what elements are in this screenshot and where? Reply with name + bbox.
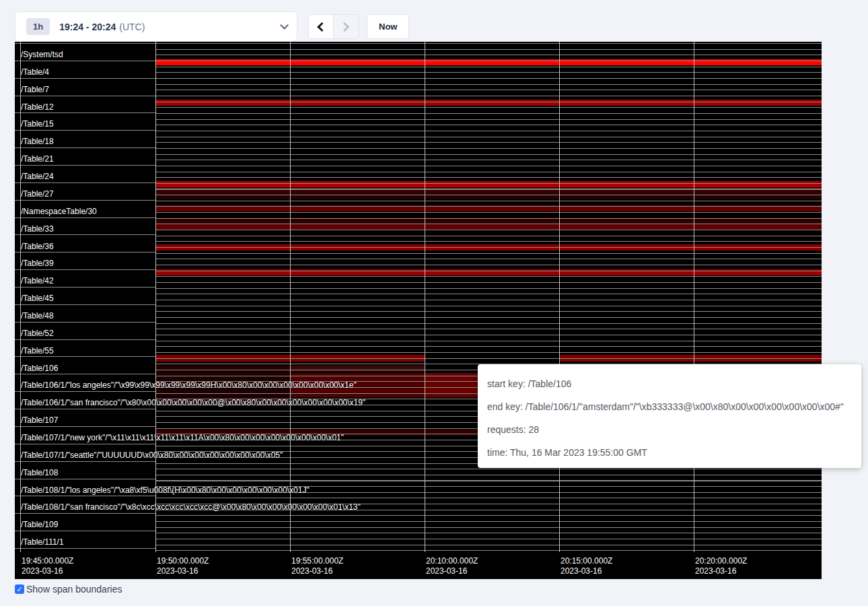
grid-vline [559,42,560,552]
row-label: /Table/21 [21,155,54,164]
row-label: /Table/18 [21,137,54,146]
axis-date: 2023-03-16 [22,566,73,576]
row-label: /NamespaceTable/30 [21,207,97,216]
row-label: /Table/24 [21,172,54,181]
axis-label: 19:55:00.000Z2023-03-16 [291,556,343,576]
row-label: /Table/39 [21,259,54,268]
grid-vline [290,42,291,552]
axis-time: 19:50:00.000Z [157,556,209,566]
show-span-boundaries-checkbox[interactable]: ✓ [15,584,24,594]
key-visualizer-canvas[interactable]: /System/tsd/Table/4/Table/7/Table/12/Tab… [15,42,822,579]
row-label: /Table/45 [21,294,54,303]
row-label: /Table/108/1/"san francisco"/"\x8c\xcc\x… [21,503,361,512]
row-label: /Table/107/1/"new york"/"\x11\x11\x11\x1… [21,434,344,442]
time-nav-group [308,14,359,39]
heatmap-body: /System/tsd/Table/4/Table/7/Table/12/Tab… [15,42,822,552]
row-label: /Table/107 [21,416,58,425]
time-range-picker[interactable]: 1h 19:24 - 20:24 (UTC) [15,11,297,42]
row-label: /Table/36 [21,242,54,251]
row-label: /Table/7 [21,86,49,94]
row-label: /Table/106 [21,364,58,373]
row-label: /Table/4 [21,68,49,77]
row-label: /Table/107/1/"seattle"/"UUUUUUD\x00\x80\… [21,451,283,460]
axis-date: 2023-03-16 [560,566,612,576]
row-label: /Table/55 [21,347,54,356]
span-tooltip: start key: /Table/106 end key: /Table/10… [478,364,861,468]
grid-vline [155,42,156,552]
row-label: /Table/106/1/"los angeles"/"\x99\x99\x99… [21,381,357,390]
tooltip-end-key: end key: /Table/106/1/"amsterdam"/"\xb33… [487,400,852,413]
row-label: /Table/33 [21,225,54,234]
show-span-boundaries-label: Show span boundaries [26,584,122,595]
row-label: /Table/42 [21,277,54,285]
axis-time: 20:15:00.000Z [560,556,612,566]
row-label: /Table/108 [21,469,58,477]
chevron-down-icon [280,21,289,30]
row-label: /Table/15 [21,120,54,129]
chevron-left-icon [317,22,326,31]
axis-label: 20:15:00.000Z2023-03-16 [560,556,612,576]
axis-time: 19:45:00.000Z [22,556,73,566]
footer-controls: ✓ Show span boundaries [15,584,122,595]
tooltip-start-key: start key: /Table/106 [487,377,852,391]
next-interval-button[interactable] [334,14,359,39]
axis-date: 2023-03-16 [426,566,478,576]
row-label: /Table/108/1/"los angeles"/"\xa8\xf5\u00… [21,486,310,495]
tooltip-time: time: Thu, 16 Mar 2023 19:55:00 GMT [487,446,852,459]
axis-label: 20:20:00.000Z2023-03-16 [695,556,747,576]
row-label: /Table/12 [21,103,54,112]
row-label: /Table/52 [21,329,54,338]
previous-interval-button[interactable] [308,14,334,39]
time-range-text: 19:24 - 20:24 [59,22,116,32]
grid-vline [694,42,694,552]
timezone-text: (UTC) [119,22,145,32]
now-button[interactable]: Now [367,14,409,39]
row-label: /Table/109 [21,520,58,529]
grid-vline [425,42,425,552]
axis-label: 19:45:00.000Z2023-03-16 [22,556,73,576]
row-label: /Table/27 [21,190,54,199]
row-label: /System/tsd [21,50,63,59]
axis-date: 2023-03-16 [291,566,343,576]
axis-time: 20:20:00.000Z [695,556,747,566]
axis-time: 19:55:00.000Z [291,556,343,566]
row-label: /Table/48 [21,312,54,321]
axis-date: 2023-03-16 [695,566,747,576]
time-axis: 19:45:00.000Z2023-03-1619:50:00.000Z2023… [15,552,822,579]
duration-badge: 1h [26,18,50,35]
axis-label: 20:10:00.000Z2023-03-16 [426,556,478,576]
axis-label: 19:50:00.000Z2023-03-16 [157,556,209,576]
axis-date: 2023-03-16 [157,566,209,576]
span-boundary-grid-fine [155,42,822,552]
axis-time: 20:10:00.000Z [426,556,478,566]
tooltip-requests: requests: 28 [487,423,852,436]
row-label: /Table/111/1 [21,538,64,547]
row-label: /Table/106/1/"san francisco"/"\x80\x00\x… [21,399,365,407]
chevron-right-icon [340,22,349,31]
